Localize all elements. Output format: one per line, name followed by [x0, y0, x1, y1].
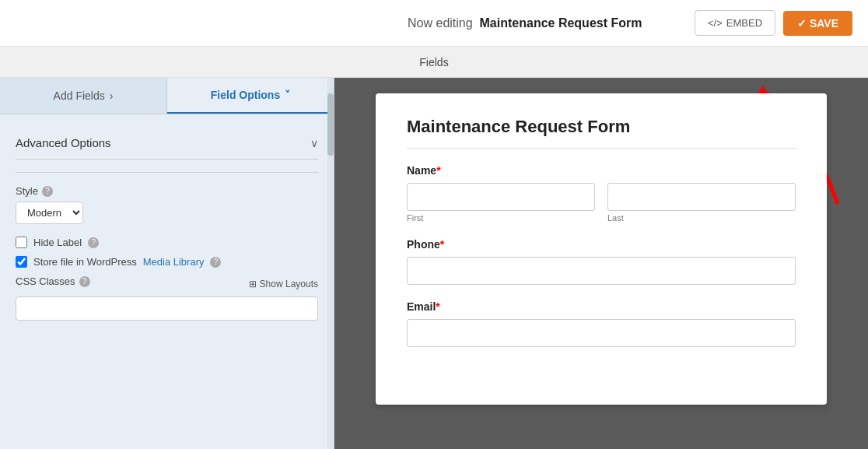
hide-label-row: Hide Label ? — [16, 237, 318, 248]
store-file-help-icon[interactable]: ? — [210, 257, 221, 268]
header: Now editing Maintenance Request Form </>… — [0, 0, 868, 47]
panel-content: Advanced Options ∨ Style ? Modern Hide L… — [0, 114, 334, 449]
form-input-last[interactable] — [607, 183, 796, 211]
scroll-thumb — [327, 93, 334, 156]
show-layouts-button[interactable]: ⊞ Show Layouts — [249, 279, 318, 289]
advanced-options-toggle[interactable]: Advanced Options ∨ — [16, 127, 318, 160]
save-button[interactable]: ✓ SAVE — [783, 11, 852, 36]
media-library-link[interactable]: Media Library — [143, 256, 205, 268]
required-star-phone: * — [440, 238, 444, 251]
form-field-phone-label: Phone* — [407, 238, 796, 251]
tab-field-options-label: Field Options — [211, 89, 280, 101]
form-input-last-label: Last — [607, 213, 796, 223]
css-classes-help-icon[interactable]: ? — [79, 276, 90, 287]
embed-button[interactable]: </> EMBED — [695, 10, 775, 36]
tab-add-fields-label: Add Fields — [54, 89, 105, 102]
form-field-email: Email* — [407, 300, 796, 347]
tabs-bar-label: Fields — [419, 56, 448, 68]
form-input-name-row: First Last — [407, 183, 796, 223]
grid-icon: ⊞ — [249, 279, 257, 289]
tabs-bar: Fields — [0, 47, 868, 78]
header-title: Now editing Maintenance Request Form — [355, 16, 695, 30]
right-panel: Maintenance Request Form Name* First Las… — [334, 78, 868, 449]
advanced-options-chevron: ∨ — [310, 137, 318, 149]
css-classes-input[interactable] — [16, 296, 318, 321]
style-field-group: Style ? Modern — [16, 185, 318, 224]
form-input-first[interactable] — [407, 183, 595, 211]
form-input-first-col: First — [407, 183, 595, 223]
form-field-name: Name* First Last — [407, 164, 796, 223]
chevron-down-icon: ˅ — [285, 89, 290, 101]
form-preview-title: Maintenance Request Form — [407, 117, 796, 149]
css-classes-label: CSS Classes ? — [16, 275, 90, 287]
required-star-name: * — [436, 164, 440, 177]
panel-tabs: Add Fields › Field Options ˅ — [0, 78, 334, 114]
style-label: Style ? — [16, 185, 318, 197]
form-input-last-col: Last — [607, 183, 796, 223]
style-help-icon[interactable]: ? — [42, 186, 53, 197]
hide-label-checkbox[interactable] — [16, 237, 27, 248]
left-panel: Add Fields › Field Options ˅ Advanced Op… — [0, 78, 334, 449]
store-file-row: Store file in WordPress Media Library ? — [16, 256, 318, 268]
form-field-name-label: Name* — [407, 164, 796, 177]
form-input-email[interactable] — [407, 319, 796, 347]
save-label: ✓ SAVE — [797, 17, 838, 30]
embed-label: EMBED — [726, 17, 762, 29]
store-file-prefix: Store file in WordPress — [33, 256, 137, 268]
tab-field-options[interactable]: Field Options ˅ — [167, 78, 334, 114]
now-editing-label: Now editing — [408, 16, 473, 30]
css-classes-field-group: CSS Classes ? ⊞ Show Layouts — [16, 275, 318, 321]
style-select[interactable]: Modern — [16, 202, 83, 224]
form-field-phone: Phone* — [407, 238, 796, 285]
css-classes-header: CSS Classes ? ⊞ Show Layouts — [16, 275, 318, 292]
form-input-first-label: First — [407, 213, 595, 223]
form-input-phone[interactable] — [407, 257, 796, 285]
form-preview: Maintenance Request Form Name* First Las… — [376, 93, 827, 405]
scrollbar[interactable] — [327, 78, 334, 449]
embed-code-icon: </> — [708, 17, 723, 29]
chevron-right-icon: › — [110, 89, 114, 102]
required-star-email: * — [436, 300, 439, 313]
form-name-title: Maintenance Request Form — [480, 16, 642, 30]
advanced-options-title: Advanced Options — [16, 136, 111, 149]
tab-add-fields[interactable]: Add Fields › — [0, 78, 167, 114]
divider — [16, 172, 318, 173]
hide-label-text: Hide Label — [33, 237, 82, 248]
main-layout: Add Fields › Field Options ˅ Advanced Op… — [0, 78, 868, 449]
form-field-email-label: Email* — [407, 300, 796, 313]
hide-label-help-icon[interactable]: ? — [88, 237, 99, 248]
store-file-checkbox[interactable] — [16, 256, 27, 268]
header-actions: </> EMBED ✓ SAVE — [695, 10, 852, 36]
